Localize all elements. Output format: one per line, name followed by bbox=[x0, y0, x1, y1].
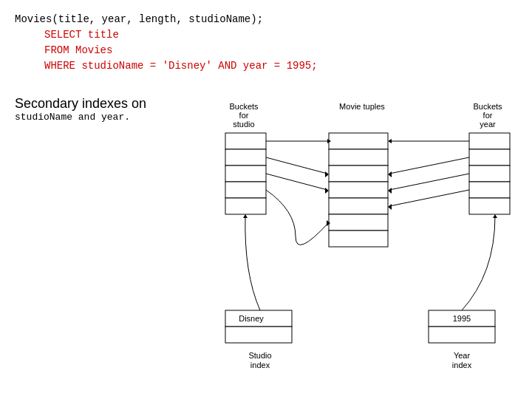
buckets-year-label: Buckets bbox=[473, 102, 502, 111]
svg-marker-20 bbox=[325, 171, 329, 177]
movie-tuples-label: Movie tuples bbox=[339, 102, 385, 111]
svg-marker-25 bbox=[388, 139, 392, 143]
svg-rect-0 bbox=[225, 133, 266, 149]
svg-rect-13 bbox=[469, 149, 510, 166]
diagram-area: Buckets for studio Movie tuples Buckets … bbox=[222, 89, 532, 399]
studio-index-label-1: Studio bbox=[248, 351, 271, 360]
svg-rect-33 bbox=[225, 327, 292, 343]
svg-marker-36 bbox=[243, 214, 248, 218]
svg-rect-8 bbox=[329, 182, 388, 198]
svg-rect-16 bbox=[469, 198, 510, 214]
buckets-year-name: year bbox=[480, 120, 496, 129]
svg-marker-37 bbox=[493, 214, 497, 218]
svg-marker-27 bbox=[388, 171, 392, 177]
svg-rect-5 bbox=[329, 133, 388, 149]
svg-marker-29 bbox=[388, 188, 392, 194]
code-line-3: FROM Movies bbox=[44, 43, 517, 58]
code-movies: Movies bbox=[69, 44, 113, 56]
code-from: FROM bbox=[44, 44, 69, 56]
svg-rect-3 bbox=[225, 182, 266, 198]
code-where: WHERE bbox=[44, 60, 75, 72]
svg-line-26 bbox=[389, 157, 469, 174]
disney-text: Disney bbox=[239, 314, 264, 323]
year-index-label-1: Year bbox=[454, 351, 471, 360]
page-content: Movies(title, year, length, studioName);… bbox=[0, 0, 532, 134]
svg-rect-11 bbox=[329, 231, 388, 247]
code-line-2: SELECT title bbox=[44, 27, 517, 43]
svg-line-19 bbox=[266, 157, 327, 174]
svg-rect-2 bbox=[225, 166, 266, 182]
svg-line-28 bbox=[389, 174, 469, 190]
svg-rect-10 bbox=[329, 214, 388, 231]
svg-rect-14 bbox=[469, 166, 510, 182]
svg-rect-9 bbox=[329, 198, 388, 214]
diagram-svg: Buckets for studio Movie tuples Buckets … bbox=[222, 89, 532, 399]
svg-rect-6 bbox=[329, 149, 388, 166]
svg-rect-4 bbox=[225, 198, 266, 214]
svg-rect-35 bbox=[429, 327, 495, 343]
buckets-studio-for: for bbox=[239, 111, 249, 120]
svg-line-30 bbox=[389, 190, 469, 206]
studio-index-label-2: index bbox=[250, 361, 270, 369]
year-index-label-2: index bbox=[452, 361, 472, 369]
svg-rect-12 bbox=[469, 133, 510, 149]
svg-marker-31 bbox=[388, 204, 392, 210]
svg-rect-7 bbox=[329, 166, 388, 182]
code-where-rest: studioName = 'Disney' AND year = 1995; bbox=[75, 60, 318, 72]
buckets-year-for: for bbox=[483, 111, 493, 120]
code-line-1: Movies(title, year, length, studioName); bbox=[15, 12, 517, 27]
buckets-studio-name: studio bbox=[233, 120, 254, 129]
code-title: title bbox=[81, 29, 118, 41]
svg-rect-15 bbox=[469, 182, 510, 198]
code-block: Movies(title, year, length, studioName);… bbox=[15, 12, 517, 74]
year-value-text: 1995 bbox=[453, 314, 471, 323]
svg-line-21 bbox=[266, 174, 327, 190]
svg-marker-22 bbox=[325, 188, 329, 194]
code-line-4: WHERE studioName = 'Disney' AND year = 1… bbox=[44, 58, 517, 74]
svg-rect-1 bbox=[225, 149, 266, 166]
code-select: SELECT bbox=[44, 29, 81, 41]
buckets-studio-label: Buckets bbox=[229, 102, 259, 111]
